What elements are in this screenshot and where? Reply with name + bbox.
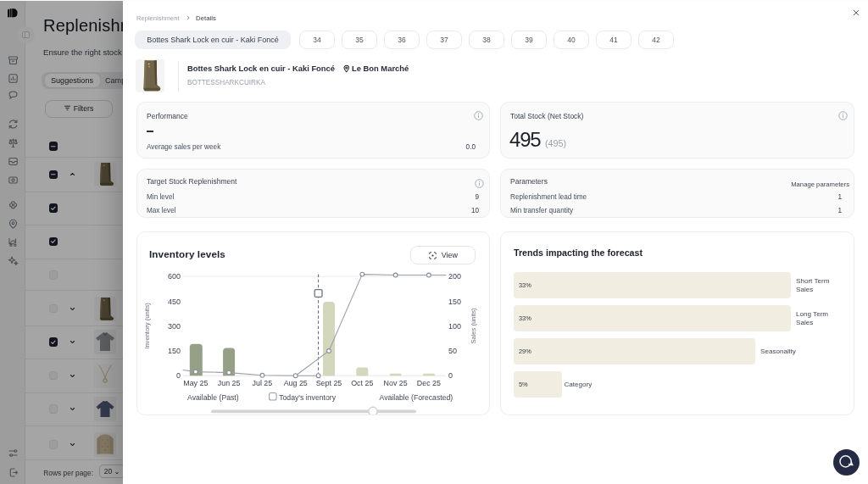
svg-text:450: 450: [168, 298, 181, 306]
svg-text:Jul 25: Jul 25: [253, 379, 273, 387]
svg-text:50: 50: [448, 347, 457, 355]
svg-text:200: 200: [448, 272, 461, 281]
svg-text:Today's inventory: Today's inventory: [279, 393, 337, 402]
svg-text:600: 600: [168, 272, 181, 281]
svg-text:May 25: May 25: [183, 379, 208, 387]
svg-text:Aug 25: Aug 25: [284, 379, 308, 387]
svg-text:Sept 25: Sept 25: [316, 379, 342, 387]
svg-text:Nov 25: Nov 25: [384, 379, 408, 387]
svg-text:300: 300: [168, 322, 181, 331]
svg-text:Available (Forecasted): Available (Forecasted): [380, 393, 453, 402]
svg-text:150: 150: [448, 298, 461, 306]
svg-text:Oct 25: Oct 25: [351, 379, 373, 387]
svg-text:0: 0: [176, 371, 181, 380]
svg-text:150: 150: [168, 347, 181, 355]
svg-text:Sales (units): Sales (units): [470, 308, 477, 344]
svg-text:Dec 25: Dec 25: [417, 379, 441, 387]
svg-text:0: 0: [448, 371, 453, 380]
svg-text:Available (Past): Available (Past): [187, 393, 239, 402]
svg-text:100: 100: [448, 322, 461, 331]
svg-text:Inventory (units): Inventory (units): [143, 303, 151, 349]
svg-text:Jun 25: Jun 25: [218, 379, 241, 387]
